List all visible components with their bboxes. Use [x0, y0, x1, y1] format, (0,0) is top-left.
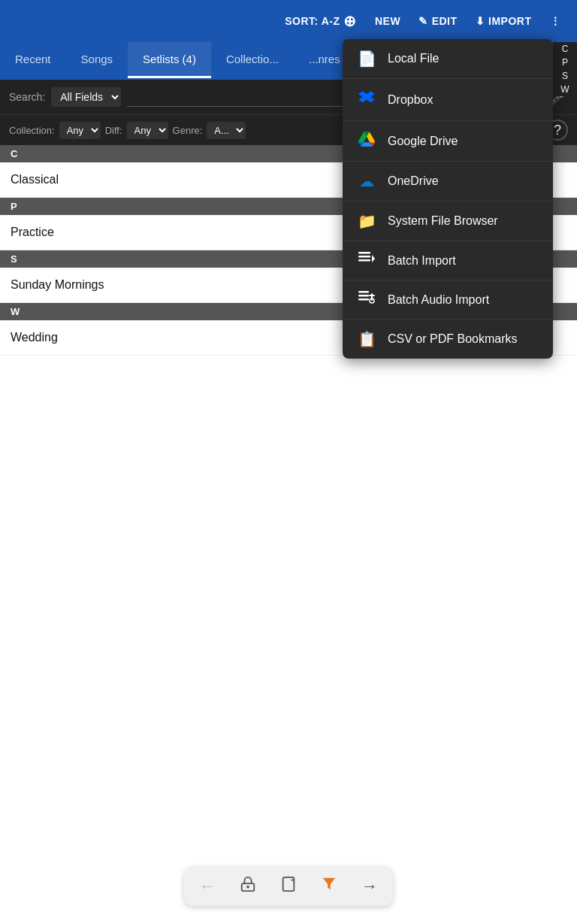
svg-marker-0	[358, 91, 375, 102]
search-label: Search:	[9, 91, 45, 103]
alpha-w[interactable]: W	[553, 83, 577, 96]
batch-import-label: Batch Import	[388, 254, 456, 268]
tab-setlists[interactable]: Setlists (4)	[128, 42, 211, 78]
svg-rect-3	[358, 259, 370, 262]
svg-rect-10	[369, 295, 375, 296]
tab-songs[interactable]: Songs	[66, 42, 128, 78]
question-icon: ?	[554, 123, 561, 138]
system-file-browser-label: System File Browser	[388, 214, 498, 228]
add-circle-icon: ⊕	[343, 12, 357, 30]
dropdown-item-onedrive[interactable]: ☁ OneDrive	[343, 162, 553, 201]
tab-collections[interactable]: Collectio...	[211, 42, 294, 78]
dropdown-item-csv-pdf-bookmarks[interactable]: 📋 CSV or PDF Bookmarks	[343, 320, 553, 359]
lock-button[interactable]	[237, 873, 259, 900]
edit-label: EDIT	[432, 15, 458, 27]
svg-point-12	[247, 886, 249, 888]
tablet-icon	[280, 876, 297, 897]
svg-rect-7	[358, 298, 369, 301]
sort-button[interactable]: SORT: A-Z ⊕	[277, 8, 364, 35]
svg-marker-4	[372, 255, 375, 262]
onedrive-label: OneDrive	[388, 174, 439, 188]
search-field-select[interactable]: All Fields	[51, 87, 121, 107]
filter-icon	[321, 876, 337, 897]
google-drive-label: Google Drive	[388, 135, 458, 148]
alpha-s[interactable]: S	[553, 69, 577, 83]
alpha-p[interactable]: P	[553, 56, 577, 69]
tablet-button[interactable]	[277, 873, 300, 900]
collection-label: Collection:	[9, 125, 55, 136]
dropbox-icon	[358, 89, 376, 110]
lock-icon	[240, 876, 256, 897]
svg-rect-5	[358, 291, 369, 293]
google-drive-icon	[358, 132, 376, 150]
batch-audio-import-label: Batch Audio Import	[388, 293, 489, 307]
dropbox-label: Dropbox	[388, 93, 433, 107]
download-icon: ⬇	[476, 15, 485, 27]
dropdown-item-google-drive[interactable]: Google Drive	[343, 121, 553, 162]
dropdown-item-batch-import[interactable]: Batch Import	[343, 241, 553, 280]
batch-audio-import-icon	[358, 291, 376, 308]
top-toolbar: SORT: A-Z ⊕ NEW ✎ EDIT ⬇ IMPORT ⋮	[0, 0, 577, 42]
local-file-icon: 📄	[358, 50, 376, 68]
back-icon: ←	[199, 877, 216, 896]
svg-rect-6	[358, 295, 369, 297]
csv-pdf-label: CSV or PDF Bookmarks	[388, 332, 517, 346]
edit-button[interactable]: ✎ EDIT	[411, 11, 464, 32]
new-label: NEW	[375, 15, 400, 27]
tab-recent[interactable]: Recent	[0, 42, 66, 78]
folder-icon: 📁	[358, 212, 376, 230]
onedrive-icon: ☁	[358, 172, 376, 190]
import-dropdown-menu: 📄 Local File Dropbox	[343, 39, 553, 359]
svg-rect-2	[358, 256, 370, 258]
more-icon: ⋮	[550, 15, 561, 27]
import-label: IMPORT	[488, 15, 531, 27]
csv-pdf-icon: 📋	[358, 330, 376, 348]
dropdown-item-batch-audio-import[interactable]: Batch Audio Import	[343, 280, 553, 320]
svg-rect-1	[358, 252, 370, 254]
filter-button[interactable]	[318, 873, 340, 900]
bottom-toolbar: ← →	[184, 867, 393, 906]
alphabet-sidebar: C P S W	[553, 42, 577, 96]
diff-label: Diff:	[105, 125, 122, 136]
new-button[interactable]: NEW	[367, 11, 408, 32]
alpha-c[interactable]: C	[553, 42, 577, 56]
diff-select[interactable]: Any	[127, 122, 168, 139]
pencil-icon: ✎	[418, 15, 428, 27]
dropdown-item-dropbox[interactable]: Dropbox	[343, 79, 553, 121]
dropdown-item-local-file[interactable]: 📄 Local File	[343, 39, 553, 79]
import-button[interactable]: ⬇ IMPORT	[468, 11, 539, 32]
genre-select[interactable]: A...	[207, 122, 246, 139]
forward-icon: →	[361, 877, 378, 896]
sort-label: SORT: A-Z	[285, 15, 340, 27]
genre-label: Genre:	[173, 125, 203, 136]
dropdown-item-system-file-browser[interactable]: 📁 System File Browser	[343, 201, 553, 241]
back-button[interactable]: ←	[196, 874, 219, 899]
forward-button[interactable]: →	[358, 874, 381, 899]
collection-select[interactable]: Any	[59, 122, 101, 139]
batch-import-icon	[358, 252, 376, 269]
local-file-label: Local File	[388, 52, 439, 65]
svg-marker-15	[323, 878, 336, 890]
more-button[interactable]: ⋮	[542, 11, 569, 32]
